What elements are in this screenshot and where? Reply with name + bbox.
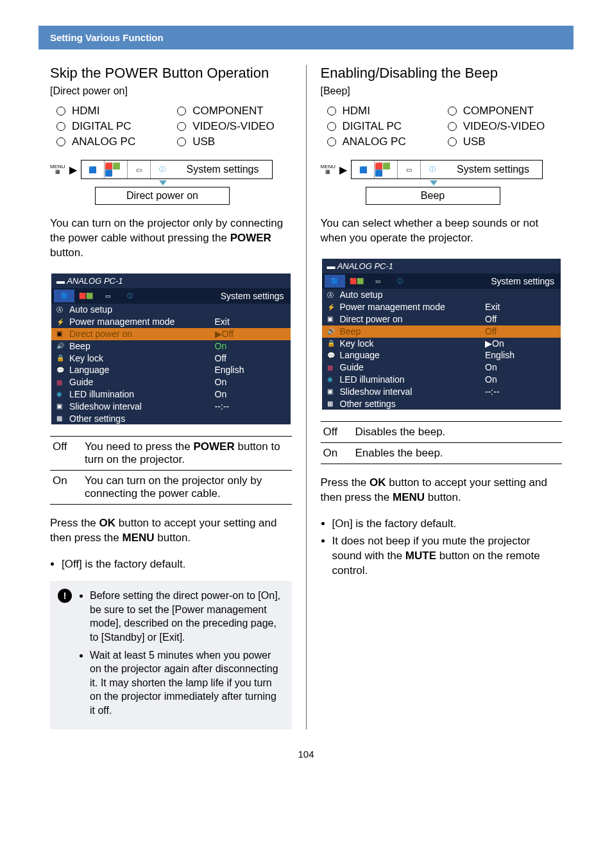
osd-row: ◉LED illuminationOn: [51, 388, 291, 401]
input-label: USB: [463, 135, 486, 148]
option-row-off: Off Disables the beep.: [321, 422, 563, 443]
input-label: HDMI: [343, 105, 370, 117]
osd-row: ▦GuideOn: [322, 361, 561, 374]
note-item: Wait at least 5 minutes when you power o…: [90, 648, 284, 718]
option-key: Off: [321, 422, 353, 443]
tab-rect-icon: ▭: [398, 161, 421, 178]
input-label: ANALOG PC: [72, 135, 135, 148]
osd-row: ▦GuideOn: [51, 376, 291, 388]
osd-tab-icon: ▭: [368, 275, 389, 288]
beep-icon: 🔊: [56, 342, 67, 350]
input-label: HDMI: [72, 105, 99, 117]
input-analog-pc: ANALOG PC: [327, 135, 441, 148]
radio-icon: [448, 122, 457, 131]
right-bullets: [On] is the factory default. It does not…: [323, 517, 563, 578]
input-digital-pc: DIGITAL PC: [327, 120, 441, 133]
power-icon: ⚡: [327, 304, 337, 311]
radio-icon: [448, 107, 457, 116]
right-column: Enabling/Disabling the Beep [Beep] HDMI …: [309, 65, 574, 729]
osd-system-label: System settings: [491, 276, 558, 287]
osd-row: ▦Other settings: [322, 398, 561, 410]
chevron-down-icon: [430, 180, 438, 186]
menu-breadcrumb-left: MENU▦ ▶ 🟦 🟥🟩🟦 ▭ ⓘ System settings: [50, 160, 292, 179]
input-label: COMPONENT: [192, 105, 264, 117]
input-label: VIDEO/S-VIDEO: [192, 120, 275, 133]
input-list-left: HDMI COMPONENT DIGITAL PC VIDEO/S-VIDEO …: [56, 105, 292, 148]
other-icon: ▦: [327, 400, 337, 408]
tab-rect-icon: ▭: [128, 161, 151, 178]
input-label: USB: [192, 135, 215, 148]
lock-icon: 🔒: [327, 340, 337, 347]
left-bullets: [Off] is the factory default.: [53, 557, 292, 572]
direct-power-icon: ▣: [327, 315, 337, 323]
option-desc: Enables the beep.: [353, 443, 563, 464]
osd-row: ▣Direct power onOff: [322, 313, 561, 326]
tab-system-label: System settings: [444, 164, 542, 175]
osd-tab-icon: ▭: [98, 290, 118, 302]
input-label: ANALOG PC: [343, 135, 406, 148]
option-row-on: On Enables the beep.: [321, 443, 563, 464]
osd-tab-icon: 🟥🟩: [76, 290, 96, 302]
osd-row: ⒶAuto setup: [322, 289, 561, 301]
other-icon: ▦: [56, 415, 67, 422]
input-usb: USB: [177, 135, 291, 148]
osd-tab-icon: 🟥🟩: [346, 275, 367, 288]
tab-info-icon: ⓘ: [421, 161, 444, 178]
input-hdmi: HDMI: [327, 105, 441, 117]
osd-tab-icon: 🟦: [325, 275, 345, 288]
menu-tabs-box: 🟦 🟥🟩🟦 ▭ ⓘ System settings: [81, 160, 273, 179]
radio-icon: [177, 107, 186, 116]
chevron-down-icon: [159, 180, 167, 186]
right-title: Enabling/Disabling the Beep: [321, 65, 563, 82]
osd-row: ▣Slideshow interval--:--: [322, 386, 561, 398]
auto-icon: Ⓐ: [327, 291, 337, 299]
left-press-para: Press the OK button to accept your setti…: [50, 516, 292, 546]
option-desc: You need to press the POWER button to tu…: [82, 437, 292, 471]
option-table-left: Off You need to press the POWER button t…: [50, 436, 292, 505]
left-subtitle: [Direct power on]: [50, 85, 292, 97]
tab-colors-icon: 🟥🟩🟦: [105, 161, 128, 178]
radio-icon: [327, 122, 336, 131]
direct-power-icon: ▣: [56, 330, 67, 338]
right-press-para: Press the OK button to accept your setti…: [321, 476, 563, 505]
guide-icon: ▦: [327, 364, 337, 372]
section-header: Setting Various Function: [38, 26, 574, 49]
input-list-right: HDMI COMPONENT DIGITAL PC VIDEO/S-VIDEO …: [327, 105, 563, 148]
right-subtitle: [Beep]: [321, 85, 563, 97]
input-usb: USB: [448, 135, 562, 148]
menu-tabs-box: 🟦 🟥🟩🟦 ▭ ⓘ System settings: [351, 160, 543, 179]
right-para1: You can select whether a beep sounds or …: [321, 216, 563, 246]
input-hdmi: HDMI: [56, 105, 171, 117]
radio-icon: [177, 137, 186, 146]
radio-icon: [327, 137, 336, 146]
submenu-box-right: Beep: [366, 187, 500, 205]
tab-info-icon: ⓘ: [151, 161, 174, 178]
input-video-svideo: VIDEO/S-VIDEO: [448, 120, 562, 133]
menu-icon: MENU▦: [50, 164, 65, 175]
power-icon: ⚡: [56, 318, 67, 326]
column-separator: [306, 65, 307, 729]
option-key: On: [321, 443, 353, 464]
bullet-item: [Off] is the factory default.: [62, 557, 292, 572]
input-label: DIGITAL PC: [72, 120, 132, 133]
osd-row: ⚡Power management modeExit: [322, 301, 561, 313]
slideshow-icon: ▣: [56, 403, 67, 410]
left-para1: You can turn on the projector only by co…: [50, 216, 292, 261]
input-label: VIDEO/S-VIDEO: [463, 120, 545, 133]
page-number: 104: [38, 749, 574, 759]
tab-blue-icon: 🟦: [352, 161, 375, 178]
osd-row: ⚡Power management modeExit: [51, 316, 291, 328]
option-table-right: Off Disables the beep. On Enables the be…: [321, 421, 563, 464]
osd-row: 🔒Key lock▶On: [322, 338, 561, 350]
left-column: Skip the POWER Button Operation [Direct …: [38, 65, 303, 729]
language-icon: 💬: [56, 367, 67, 374]
option-key: Off: [50, 437, 82, 471]
radio-icon: [56, 107, 65, 116]
input-component: COMPONENT: [448, 105, 562, 117]
left-title: Skip the POWER Button Operation: [50, 65, 292, 82]
bullet-item: [On] is the factory default.: [332, 517, 563, 532]
led-icon: ◉: [327, 376, 337, 383]
guide-icon: ▦: [56, 379, 67, 386]
tab-colors-icon: 🟥🟩🟦: [375, 161, 398, 178]
input-label: COMPONENT: [463, 105, 534, 117]
